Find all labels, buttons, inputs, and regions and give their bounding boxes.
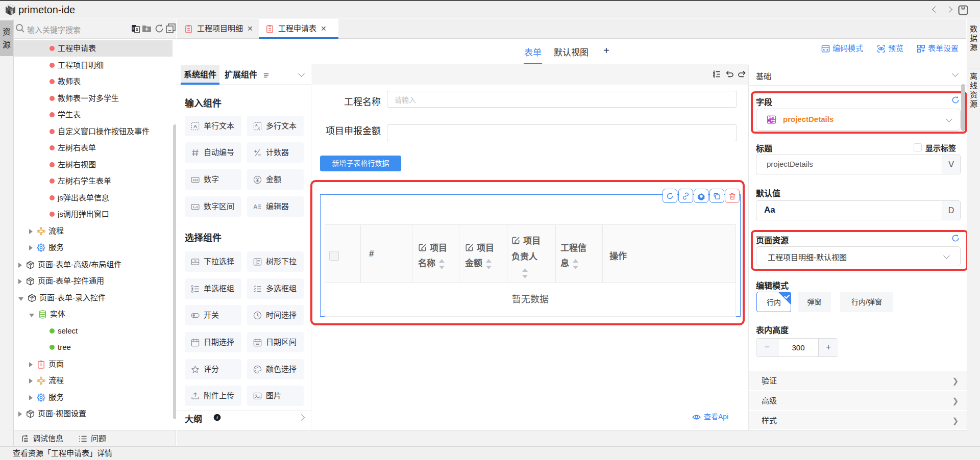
svg-text:A: A — [193, 123, 197, 129]
svg-text:A: A — [255, 123, 258, 127]
svg-text:1~3: 1~3 — [193, 206, 198, 209]
svg-text:A: A — [253, 203, 257, 210]
svg-text:123: 123 — [192, 178, 198, 182]
